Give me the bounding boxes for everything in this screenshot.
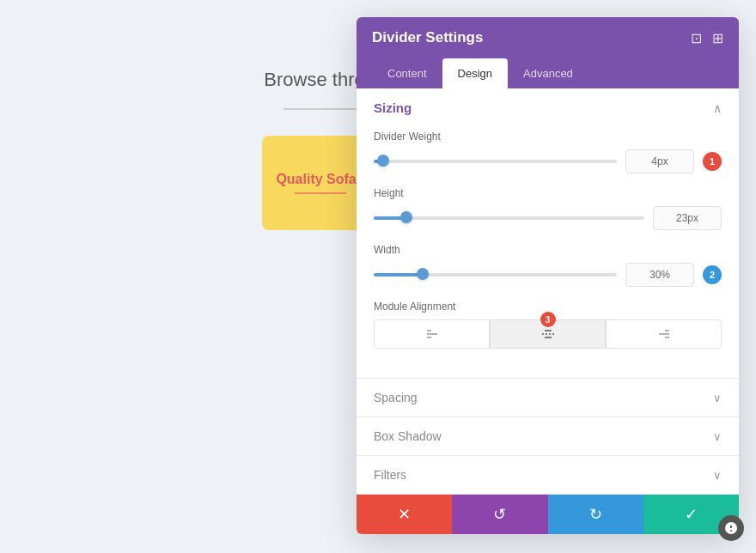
box-shadow-title: Box Shadow [374,429,442,443]
box-shadow-section[interactable]: Box Shadow ∨ [357,417,739,456]
height-label: Height [374,187,722,199]
spacing-section[interactable]: Spacing ∨ [357,379,739,417]
divider-weight-label: Divider Weight [374,131,722,143]
width-input[interactable] [625,263,694,287]
width-label: Width [374,244,722,256]
undo-button[interactable]: ↺ [452,495,547,534]
align-right-button[interactable] [606,319,722,349]
align-left-button[interactable] [374,319,490,349]
cancel-button[interactable]: ✕ [357,495,452,534]
height-thumb[interactable] [400,211,412,223]
sizing-title: Sizing [374,100,412,115]
module-alignment-field: Module Alignment [374,301,722,349]
module-alignment-label: Module Alignment [374,301,722,313]
height-input[interactable] [653,206,722,230]
width-field: Width 2 [374,244,722,287]
height-slider[interactable] [374,216,644,221]
width-thumb[interactable] [417,268,429,280]
help-icon[interactable] [718,515,744,541]
sizing-section-body: Divider Weight 1 Height [357,127,739,378]
sizing-section-header[interactable]: Sizing ∧ [357,88,739,127]
modal-header: Divider Settings ⊡ ⊞ [357,17,739,58]
modal-content: Sizing ∧ Divider Weight 1 [357,88,739,495]
spacing-chevron-icon: ∨ [713,392,722,404]
divider-settings-modal: Divider Settings ⊡ ⊞ Content Design Adva… [357,17,739,534]
grid-icon[interactable]: ⊞ [712,30,723,46]
filters-section[interactable]: Filters ∨ [357,456,739,495]
fullscreen-icon[interactable]: ⊡ [691,30,702,46]
width-control: 2 [374,263,722,287]
sizing-section: Sizing ∧ Divider Weight 1 [357,88,739,379]
filters-title: Filters [374,468,406,482]
redo-button[interactable]: ↻ [548,495,643,534]
card-title: Quality Sofas [276,172,363,187]
sizing-chevron-icon: ∧ [713,101,722,115]
height-field: Height [374,187,722,230]
card-underline [295,192,346,194]
alignment-options: 3 [374,319,722,349]
align-center-button[interactable]: 3 [490,319,606,349]
badge-1: 1 [703,152,722,171]
module-alignment-control: 3 [374,319,722,349]
width-slider[interactable] [374,272,617,277]
tab-advanced[interactable]: Advanced [508,58,588,88]
modal-title: Divider Settings [372,29,483,46]
spacing-title: Spacing [374,391,418,404]
tab-design[interactable]: Design [442,58,508,88]
badge-3: 3 [540,312,556,327]
filters-chevron-icon: ∨ [713,469,722,482]
divider-weight-thumb[interactable] [377,155,389,167]
modal-header-icons: ⊡ ⊞ [691,30,723,46]
modal-footer: ✕ ↺ ↻ ✓ [357,495,739,534]
divider-weight-control: 1 [374,149,722,173]
divider-weight-field: Divider Weight 1 [374,131,722,173]
divider-weight-slider[interactable] [374,159,617,164]
tab-content[interactable]: Content [372,58,442,88]
badge-2: 2 [703,265,722,284]
box-shadow-chevron-icon: ∨ [713,430,722,443]
tabs-bar: Content Design Advanced [357,58,739,88]
divider-weight-input[interactable] [625,149,694,173]
height-control [374,206,722,230]
